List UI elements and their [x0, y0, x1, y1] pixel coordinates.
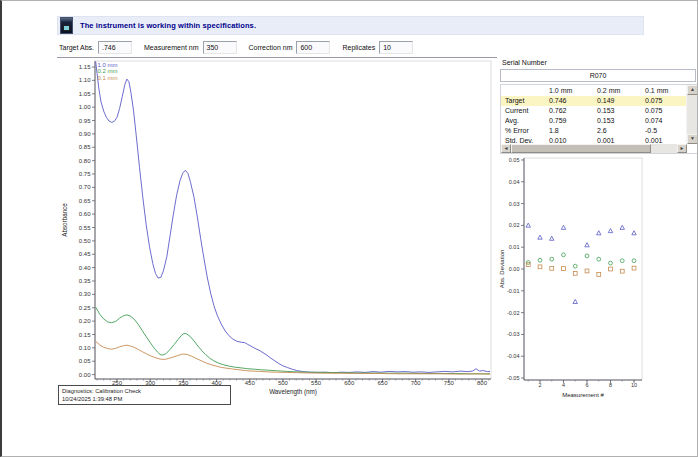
- cell-value: -0.5: [641, 126, 687, 136]
- instrument-icon: [60, 17, 73, 34]
- svg-text:0.02: 0.02: [509, 222, 520, 228]
- svg-text:600: 600: [344, 380, 355, 386]
- svg-text:0.60: 0.60: [79, 211, 91, 217]
- x-axis-title: Wavelength (nm): [269, 388, 317, 396]
- row-label: % Error: [501, 126, 545, 136]
- svg-text:0.05: 0.05: [79, 358, 91, 364]
- field-label-measurement-nm: Measurement nm: [144, 44, 198, 51]
- svg-text:1.10: 1.10: [79, 77, 91, 83]
- cell-value: 0.075: [641, 96, 687, 106]
- svg-text:6: 6: [585, 382, 588, 388]
- y-axis: 0.000.050.100.150.200.250.300.350.400.45…: [79, 64, 95, 378]
- svg-text:0.15: 0.15: [79, 332, 91, 338]
- row-label: Target: [501, 96, 545, 106]
- scroll-up-arrow-icon[interactable]: ▲: [687, 85, 698, 95]
- row-label: Avg.: [501, 116, 545, 126]
- cell-value: 0.153: [593, 106, 641, 116]
- field-value-measurement-nm[interactable]: 350: [203, 41, 237, 54]
- svg-text:0.70: 0.70: [79, 184, 91, 190]
- column-header: [501, 85, 545, 96]
- scroll-right-arrow-icon[interactable]: ►: [677, 144, 687, 153]
- svg-text:0.25: 0.25: [79, 305, 91, 311]
- scroll-left-arrow-icon[interactable]: ◄: [501, 144, 511, 153]
- field-value-correction-nm[interactable]: 600: [296, 41, 330, 54]
- cell-value: 0.074: [641, 116, 687, 126]
- y-axis-title: Abs. Deviation: [499, 250, 505, 289]
- table-row-current[interactable]: Current0.7620.1530.075: [501, 106, 687, 116]
- spectrum-chart: 2503003504004505005506006507007508000.00…: [57, 58, 497, 404]
- scroll-down-arrow-icon[interactable]: ▼: [687, 134, 698, 144]
- svg-text:1.15: 1.15: [79, 64, 91, 70]
- field-value-replicates[interactable]: 10: [379, 41, 413, 54]
- svg-text:0.35: 0.35: [79, 278, 91, 284]
- serial-number-label: Serial Number: [502, 59, 547, 66]
- cell-value: 0.153: [593, 116, 641, 126]
- svg-text:0.20: 0.20: [79, 318, 91, 324]
- svg-text:10: 10: [631, 382, 637, 388]
- diagnostics-window: The instrument is working within specifi…: [0, 0, 698, 457]
- svg-text:0.40: 0.40: [79, 265, 91, 271]
- svg-text:500: 500: [278, 380, 289, 386]
- svg-text:450: 450: [245, 380, 256, 386]
- svg-text:0.65: 0.65: [79, 198, 91, 204]
- svg-text:0.01: 0.01: [509, 244, 520, 250]
- diagnostics-note: Diagnostics: Calibration Check 10/24/202…: [58, 385, 231, 405]
- svg-text:4: 4: [562, 382, 565, 388]
- y-axis-title: Absorbance: [61, 203, 68, 237]
- diagnostics-note-timestamp: 10/24/2025 1:39:48 PM: [62, 395, 227, 403]
- x-axis: 246810: [528, 380, 637, 388]
- horizontal-scrollbar[interactable]: ◄ ►: [501, 144, 687, 153]
- deviation-chart: 246810-0.05-0.04-0.03-0.02-0.010.000.010…: [498, 156, 698, 404]
- results-table-header: 1.0 mm0.2 mm0.1 mm: [501, 85, 687, 96]
- cell-value: 2.6: [593, 126, 641, 136]
- svg-text:0.75: 0.75: [79, 171, 91, 177]
- svg-text:0.10: 0.10: [79, 345, 91, 351]
- svg-text:0.85: 0.85: [79, 144, 91, 150]
- svg-text:0.80: 0.80: [79, 158, 91, 164]
- vertical-scrollbar[interactable]: ▲ ▼: [686, 85, 698, 144]
- svg-text:0.2 mm: 0.2 mm: [98, 68, 118, 74]
- svg-text:750: 750: [444, 380, 455, 386]
- svg-text:1.05: 1.05: [79, 91, 91, 97]
- horizontal-scrollbar-track[interactable]: [651, 144, 677, 153]
- diagnostics-note-title: Diagnostics: Calibration Check: [62, 387, 227, 395]
- svg-text:-0.04: -0.04: [507, 353, 520, 359]
- svg-text:8: 8: [609, 382, 612, 388]
- field-value-target-abs[interactable]: .746: [98, 41, 132, 54]
- serial-number-field[interactable]: R070: [500, 69, 696, 82]
- table-row-error[interactable]: % Error1.82.6-0.5: [501, 126, 687, 136]
- settings-fields-row: Target Abs..746Measurement nm350Correcti…: [59, 40, 425, 55]
- legend: 1.0 mm0.2 mm0.1 mm: [98, 62, 118, 81]
- svg-text:1.0 mm: 1.0 mm: [98, 62, 118, 68]
- svg-text:700: 700: [411, 380, 422, 386]
- svg-text:0.30: 0.30: [79, 291, 91, 297]
- svg-text:0.04: 0.04: [509, 179, 520, 185]
- table-row-target[interactable]: Target0.7460.1490.075: [501, 96, 687, 106]
- cell-value: 0.762: [545, 106, 593, 116]
- svg-text:0.1 mm: 0.1 mm: [98, 75, 118, 81]
- svg-text:0.03: 0.03: [509, 201, 520, 207]
- cell-value: 0.746: [545, 96, 593, 106]
- svg-text:0.45: 0.45: [79, 251, 91, 257]
- field-label-correction-nm: Correction nm: [249, 44, 293, 51]
- svg-text:1.00: 1.00: [79, 104, 91, 110]
- cell-value: 0.149: [593, 96, 641, 106]
- svg-text:0.00: 0.00: [79, 372, 91, 378]
- column-header: 0.1 mm: [641, 85, 687, 96]
- svg-text:0.95: 0.95: [79, 118, 91, 124]
- results-table: 1.0 mm0.2 mm0.1 mmTarget0.7460.1490.075C…: [500, 84, 698, 154]
- field-label-replicates: Replicates: [342, 44, 375, 51]
- horizontal-scrollbar-thumb[interactable]: [511, 144, 651, 153]
- column-header: 1.0 mm: [545, 85, 593, 96]
- cell-value: 0.075: [641, 106, 687, 116]
- svg-text:0.55: 0.55: [79, 225, 91, 231]
- table-row-avg[interactable]: Avg.0.7590.1530.074: [501, 116, 687, 126]
- row-label: Current: [501, 106, 545, 116]
- svg-text:-0.05: -0.05: [507, 375, 520, 381]
- results-table-grid: 1.0 mm0.2 mm0.1 mmTarget0.7460.1490.075C…: [501, 85, 687, 144]
- svg-text:550: 550: [311, 380, 322, 386]
- cell-value: 0.759: [545, 116, 593, 126]
- svg-text:0.90: 0.90: [79, 131, 91, 137]
- status-bar: The instrument is working within specifi…: [57, 16, 644, 35]
- field-label-target-abs: Target Abs.: [59, 44, 94, 51]
